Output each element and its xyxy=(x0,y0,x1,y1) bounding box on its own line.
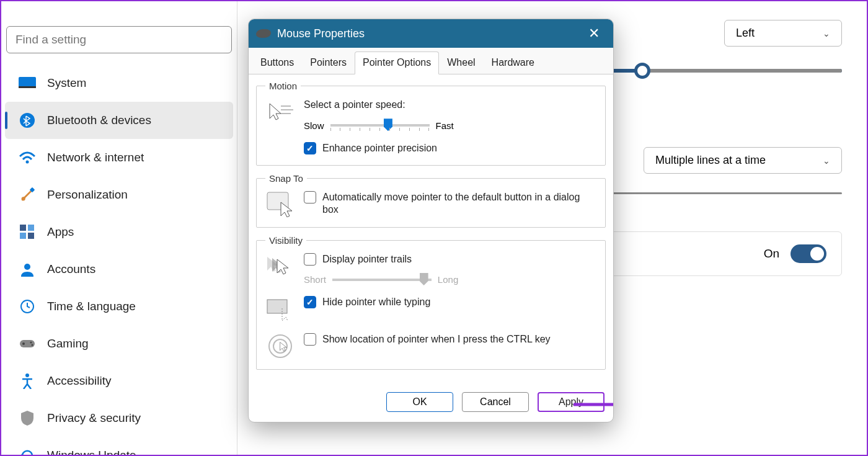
svg-rect-8 xyxy=(28,233,34,239)
sidebar-item-time[interactable]: Time & language xyxy=(5,288,233,325)
apps-icon xyxy=(19,225,36,239)
sidebar-item-network[interactable]: Network & internet xyxy=(5,139,233,176)
sidebar-item-label: System xyxy=(47,76,86,90)
chevron-down-icon: ⌄ xyxy=(823,156,830,166)
trails-icon xyxy=(265,253,295,279)
tab-wheel[interactable]: Wheel xyxy=(439,51,483,74)
svg-rect-7 xyxy=(20,233,26,239)
dialog-button-row: OK Cancel Apply xyxy=(249,386,613,422)
svg-rect-18 xyxy=(267,300,287,313)
svg-rect-5 xyxy=(20,225,26,231)
gamepad-icon xyxy=(19,336,36,351)
ctrl-locate-icon xyxy=(265,333,295,359)
brush-icon xyxy=(19,187,36,202)
sidebar-item-label: Windows Update xyxy=(47,449,136,456)
sidebar-item-label: Network & internet xyxy=(47,151,144,164)
dropdown-value: Multiple lines at a time xyxy=(655,154,766,167)
sidebar-item-label: Apps xyxy=(47,225,74,239)
dropdown-value: Left xyxy=(736,27,755,40)
toggle-label: On xyxy=(764,247,779,261)
slider-thumb[interactable] xyxy=(634,63,650,79)
shield-icon xyxy=(19,411,36,426)
sidebar-item-personalization[interactable]: Personalization xyxy=(5,176,233,213)
sidebar-item-gaming[interactable]: Gaming xyxy=(5,325,233,362)
accessibility-icon xyxy=(19,373,36,388)
motion-group: Motion Select a pointer speed: Slow Fast xyxy=(256,81,606,166)
bluetooth-icon xyxy=(19,113,36,128)
svg-rect-6 xyxy=(28,225,34,231)
chevron-down-icon: ⌄ xyxy=(823,29,830,38)
sidebar-item-label: Bluetooth & devices xyxy=(47,114,151,127)
tab-buttons[interactable]: Buttons xyxy=(252,51,302,74)
person-icon xyxy=(19,262,36,277)
sidebar-item-privacy[interactable]: Privacy & security xyxy=(5,400,233,437)
search-box[interactable] xyxy=(6,26,232,53)
sidebar-item-system[interactable]: System xyxy=(5,65,233,102)
primary-button-dropdown[interactable]: Left ⌄ xyxy=(724,20,842,47)
ctrl-label: Show location of pointer when I press th… xyxy=(322,333,551,346)
scroll-dropdown[interactable]: Multiple lines at a time ⌄ xyxy=(644,147,842,174)
snap-icon xyxy=(265,191,295,217)
svg-point-13 xyxy=(22,342,25,345)
slow-label: Slow xyxy=(304,120,324,131)
group-legend: Motion xyxy=(265,81,301,91)
pointer-speed-icon xyxy=(265,99,295,125)
snap-label: Automatically move pointer to the defaul… xyxy=(322,191,596,217)
dialog-titlebar[interactable]: Mouse Properties ✕ xyxy=(249,19,613,48)
mouse-icon xyxy=(255,29,272,38)
update-icon xyxy=(19,448,36,456)
trails-label: Display pointer trails xyxy=(322,253,412,266)
dialog-title: Mouse Properties xyxy=(277,27,365,40)
mouse-properties-dialog: Mouse Properties ✕ Buttons Pointers Poin… xyxy=(248,19,614,422)
sidebar-item-accessibility[interactable]: Accessibility xyxy=(5,362,233,400)
sidebar-item-update[interactable]: Windows Update xyxy=(5,437,233,456)
svg-point-14 xyxy=(30,342,32,344)
toggle-switch[interactable] xyxy=(790,244,826,263)
sidebar-item-label: Accessibility xyxy=(47,374,111,388)
hide-typing-icon xyxy=(265,296,295,322)
tab-hardware[interactable]: Hardware xyxy=(484,51,542,74)
hide-typing-checkbox[interactable] xyxy=(304,296,316,308)
snap-checkbox[interactable] xyxy=(304,191,316,203)
monitor-icon xyxy=(19,76,36,91)
svg-rect-12 xyxy=(20,340,35,347)
pointer-speed-slider[interactable] xyxy=(330,124,430,127)
search-input[interactable] xyxy=(16,33,223,47)
settings-sidebar: System Bluetooth & devices Network & int… xyxy=(1,1,237,456)
speed-label: Select a pointer speed: xyxy=(304,99,596,112)
snap-group: Snap To Automatically move pointer to th… xyxy=(256,173,606,228)
tab-pointers[interactable]: Pointers xyxy=(302,51,355,74)
fast-label: Fast xyxy=(436,120,454,131)
ok-button[interactable]: OK xyxy=(386,392,453,412)
sidebar-item-accounts[interactable]: Accounts xyxy=(5,251,233,288)
svg-point-16 xyxy=(25,373,29,377)
clock-icon xyxy=(19,299,36,314)
annotation-arrow xyxy=(571,396,614,413)
wifi-icon xyxy=(19,150,36,165)
long-label: Long xyxy=(438,274,458,285)
visibility-group: Visibility Display pointer trails Short xyxy=(256,235,606,370)
sidebar-item-label: Accounts xyxy=(47,262,95,276)
sidebar-item-apps[interactable]: Apps xyxy=(5,213,233,251)
sidebar-item-label: Privacy & security xyxy=(47,411,141,425)
cancel-button[interactable]: Cancel xyxy=(462,392,529,412)
enhance-precision-checkbox[interactable] xyxy=(304,142,316,154)
trails-slider xyxy=(332,279,432,281)
enhance-label: Enhance pointer precision xyxy=(322,142,437,155)
tab-pointer-options[interactable]: Pointer Options xyxy=(355,51,439,74)
short-label: Short xyxy=(304,274,326,285)
sidebar-item-label: Personalization xyxy=(47,188,128,202)
hide-label: Hide pointer while typing xyxy=(322,296,430,309)
trails-checkbox[interactable] xyxy=(304,253,316,266)
dialog-tabs: Buttons Pointers Pointer Options Wheel H… xyxy=(249,48,613,74)
svg-point-9 xyxy=(24,264,30,270)
sidebar-item-bluetooth[interactable]: Bluetooth & devices xyxy=(5,102,233,139)
ctrl-locate-checkbox[interactable] xyxy=(304,333,316,346)
close-button[interactable]: ✕ xyxy=(582,23,606,44)
group-legend: Snap To xyxy=(265,173,307,184)
svg-point-3 xyxy=(26,161,29,164)
svg-point-15 xyxy=(32,344,33,346)
sidebar-item-label: Gaming xyxy=(47,337,89,351)
group-legend: Visibility xyxy=(265,235,306,246)
svg-rect-1 xyxy=(19,86,36,88)
